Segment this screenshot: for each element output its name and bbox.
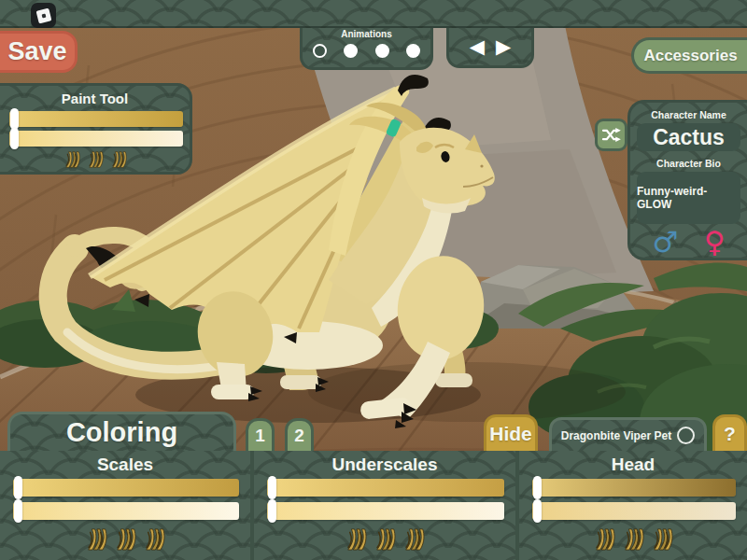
paint-tool-title: Paint Tool bbox=[0, 91, 190, 106]
paint-color-slider-1[interactable] bbox=[9, 111, 183, 127]
underscales-color-section: Underscales bbox=[254, 451, 515, 560]
female-gender-icon[interactable]: ♀ bbox=[704, 226, 726, 258]
shuffle-name-button[interactable] bbox=[595, 119, 627, 151]
slider-handle[interactable] bbox=[10, 108, 19, 130]
underscales-color-slider-2[interactable] bbox=[267, 502, 504, 520]
claw-scratch-icon bbox=[622, 527, 644, 552]
claw-icons bbox=[519, 527, 747, 552]
slider-handle[interactable] bbox=[14, 476, 22, 499]
claw-icons bbox=[254, 527, 515, 552]
page-1-button[interactable]: 1 bbox=[246, 418, 275, 451]
roblox-menu-icon[interactable] bbox=[31, 3, 56, 28]
character-bio-label: Character Bio bbox=[630, 158, 747, 169]
character-name-input[interactable]: Cactus bbox=[637, 123, 740, 151]
animation-dot[interactable] bbox=[406, 44, 420, 58]
animation-dots bbox=[303, 44, 430, 58]
slider-handle[interactable] bbox=[268, 476, 276, 499]
scales-color-slider-2[interactable] bbox=[13, 502, 239, 520]
scales-color-slider-1[interactable] bbox=[13, 479, 239, 497]
hide-button[interactable]: Hide bbox=[484, 414, 538, 451]
page-2-button[interactable]: 2 bbox=[285, 418, 314, 451]
scales-color-section: Scales bbox=[0, 451, 250, 560]
slider-handle[interactable] bbox=[533, 499, 542, 523]
claw-scratch-icon bbox=[85, 527, 107, 552]
help-button[interactable]: ? bbox=[712, 414, 747, 451]
slider-handle[interactable] bbox=[14, 499, 22, 523]
pet-toggle-radio[interactable] bbox=[677, 427, 695, 444]
slider-handle[interactable] bbox=[268, 499, 276, 523]
character-editor-screen: Save Paint Tool Animations ◀ ▶ Accessori… bbox=[0, 0, 747, 560]
section-title: Head bbox=[519, 455, 747, 475]
character-panel: Character Name Cactus Character Bio Funn… bbox=[627, 100, 747, 260]
paint-color-slider-2[interactable] bbox=[9, 131, 183, 147]
claw-scratch-icon bbox=[345, 527, 367, 552]
claw-scratch-icon bbox=[593, 527, 615, 552]
animations-panel: Animations bbox=[300, 28, 433, 70]
claw-scratch-icon bbox=[87, 150, 104, 169]
top-bar bbox=[0, 0, 747, 28]
save-button[interactable]: Save bbox=[0, 31, 78, 73]
claw-scratch-icon bbox=[110, 150, 127, 169]
claw-scratch-icon bbox=[374, 527, 396, 552]
slider-handle[interactable] bbox=[533, 476, 542, 499]
underscales-color-slider-1[interactable] bbox=[267, 479, 504, 497]
animation-dot[interactable] bbox=[344, 44, 358, 58]
head-color-slider-1[interactable] bbox=[532, 479, 736, 497]
pet-toggle-label: Dragonbite Viper Pet bbox=[561, 429, 671, 442]
animation-dot[interactable] bbox=[375, 44, 389, 58]
claw-scratch-icon bbox=[651, 527, 673, 552]
accessories-button[interactable]: Accessories bbox=[631, 37, 747, 74]
claw-scratch-icon bbox=[114, 527, 136, 552]
dragon-shadow-soft bbox=[308, 362, 626, 422]
claw-scratch-icon bbox=[63, 150, 80, 169]
head-color-slider-2[interactable] bbox=[532, 502, 736, 520]
section-title: Underscales bbox=[254, 455, 515, 475]
coloring-tab[interactable]: Coloring bbox=[7, 412, 236, 451]
animation-nav-panel: ◀ ▶ bbox=[446, 28, 534, 68]
coloring-sections-strip: Scales Underscales bbox=[0, 451, 747, 560]
section-title: Scales bbox=[0, 455, 250, 475]
paint-claw-icons bbox=[0, 150, 190, 169]
head-color-section: Head bbox=[519, 451, 747, 560]
character-name-label: Character Name bbox=[630, 109, 747, 120]
claw-scratch-icon bbox=[402, 527, 425, 552]
shuffle-icon bbox=[601, 127, 621, 143]
character-bio-input[interactable]: Funny-weird-GLOW bbox=[637, 172, 740, 224]
dragonbite-viper-pet-toggle[interactable]: Dragonbite Viper Pet bbox=[549, 417, 707, 451]
next-arrow-button[interactable]: ▶ bbox=[496, 37, 511, 57]
animations-label: Animations bbox=[303, 29, 430, 39]
prev-arrow-button[interactable]: ◀ bbox=[470, 37, 485, 57]
animation-dot[interactable] bbox=[313, 44, 327, 58]
male-gender-icon[interactable]: ♂ bbox=[653, 226, 679, 258]
paint-tool-panel: Paint Tool bbox=[0, 83, 192, 175]
claw-scratch-icon bbox=[143, 527, 165, 552]
claw-icons bbox=[0, 527, 250, 552]
slider-handle[interactable] bbox=[10, 128, 19, 149]
gender-buttons: ♂ ♀ bbox=[630, 226, 747, 258]
